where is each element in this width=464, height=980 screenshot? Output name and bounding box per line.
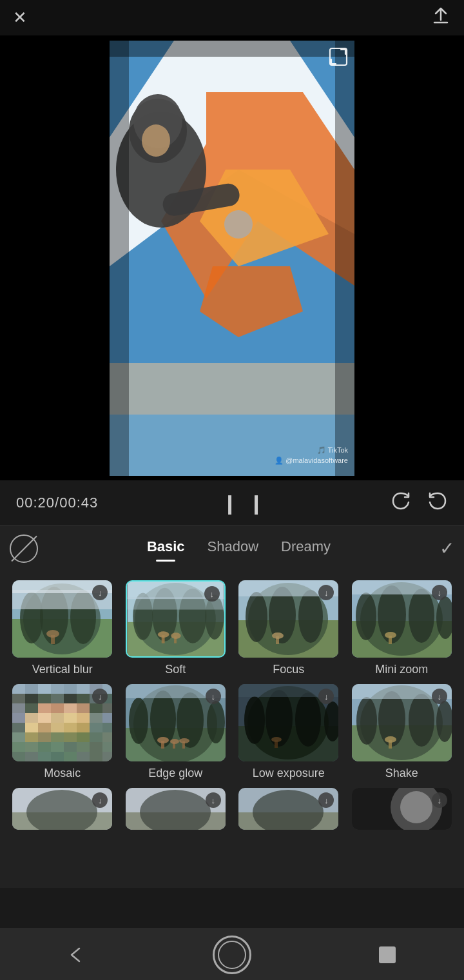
filter-thumb-soft: ↓: [126, 580, 226, 658]
filter-item-edge-glow[interactable]: ↓ Edge glow: [123, 684, 229, 780]
filter-thumb-mini-zoom: ↓: [352, 580, 452, 658]
filter-label-shake: Shake: [385, 767, 418, 780]
svg-rect-120: [51, 752, 64, 761]
svg-rect-93: [12, 723, 25, 732]
svg-rect-119: [38, 752, 51, 761]
svg-rect-15: [110, 41, 354, 57]
filter-item-d[interactable]: ↓: [349, 788, 455, 830]
stop-icon: [379, 946, 396, 963]
svg-rect-111: [38, 742, 51, 752]
svg-point-10: [142, 124, 170, 157]
filter-item-mosaic[interactable]: ↓ Mosaic: [10, 684, 115, 780]
filter-row-1: ↓ Vertical blur: [10, 580, 454, 676]
filter-thumb-a: ↓: [12, 788, 112, 830]
svg-rect-122: [77, 752, 90, 761]
svg-rect-96: [51, 723, 64, 732]
svg-rect-74: [77, 694, 90, 703]
filter-thumb-d: ↓: [352, 788, 452, 830]
stop-button[interactable]: [369, 937, 405, 972]
svg-rect-83: [90, 703, 102, 713]
svg-point-36: [158, 631, 169, 638]
svg-rect-13: [110, 41, 129, 476]
svg-rect-84: [102, 703, 112, 713]
filter-label-vertical-blur: Vertical blur: [32, 663, 93, 676]
filter-thumb-low-exposure: ↓: [238, 684, 338, 761]
svg-rect-99: [90, 723, 102, 732]
svg-rect-112: [51, 742, 64, 752]
tiktok-watermark: 🎵 TikTok 👤 @malavidasoftware: [275, 445, 348, 466]
no-filter-button[interactable]: [10, 534, 38, 563]
svg-rect-108: [102, 732, 112, 742]
svg-rect-113: [64, 742, 77, 752]
record-button[interactable]: [213, 936, 251, 974]
svg-rect-80: [51, 703, 64, 713]
svg-rect-124: [102, 752, 112, 761]
svg-point-131: [207, 701, 225, 743]
svg-rect-115: [90, 742, 102, 752]
bottom-nav: [0, 928, 464, 980]
filter-item-mini-zoom[interactable]: ↓ Mini zoom: [349, 580, 455, 676]
svg-rect-95: [38, 723, 51, 732]
filter-item-a[interactable]: ↓: [10, 788, 115, 830]
svg-rect-123: [90, 752, 102, 761]
svg-point-128: [129, 698, 148, 744]
record-inner: [218, 941, 246, 969]
svg-rect-105: [64, 732, 77, 742]
upload-button[interactable]: [430, 6, 451, 30]
svg-rect-117: [12, 752, 25, 761]
svg-rect-71: [38, 694, 51, 703]
svg-point-171: [400, 791, 432, 823]
svg-rect-79: [38, 703, 51, 713]
filter-item-low-exposure[interactable]: ↓ Low exposure: [236, 684, 342, 780]
svg-rect-77: [12, 703, 25, 713]
svg-rect-91: [90, 713, 102, 723]
svg-point-24: [46, 630, 59, 638]
filter-thumb-b: ↓: [126, 788, 226, 830]
filter-grid: ↓ Vertical blur: [0, 571, 464, 888]
svg-point-158: [385, 736, 396, 743]
pause-button[interactable]: ❙ ❙: [222, 492, 267, 514]
svg-rect-94: [25, 723, 38, 732]
svg-point-155: [409, 694, 434, 747]
filter-item-vertical-blur[interactable]: ↓ Vertical blur: [10, 580, 115, 676]
tab-basic[interactable]: Basic: [147, 538, 185, 559]
svg-rect-62: [25, 684, 38, 694]
svg-rect-92: [102, 713, 112, 723]
svg-rect-16: [330, 48, 347, 65]
close-button[interactable]: ✕: [13, 8, 27, 28]
svg-point-53: [356, 593, 376, 640]
svg-rect-70: [25, 694, 38, 703]
svg-rect-100: [102, 723, 112, 732]
filter-label-low-exposure: Low exposure: [253, 767, 325, 780]
video-frame: 🎵 TikTok 👤 @malavidasoftware: [110, 41, 354, 476]
svg-rect-78: [25, 703, 38, 713]
svg-rect-81: [64, 703, 77, 713]
filter-thumb-shake: ↓: [352, 684, 452, 761]
forward-button[interactable]: [427, 491, 448, 516]
tab-shadow[interactable]: Shadow: [208, 538, 259, 559]
svg-rect-114: [77, 742, 90, 752]
svg-rect-103: [38, 732, 51, 742]
top-bar: ✕: [0, 0, 464, 35]
svg-point-44: [246, 592, 267, 642]
playback-right-controls: [391, 491, 448, 516]
svg-rect-73: [64, 694, 77, 703]
svg-rect-61: [12, 684, 25, 694]
filter-item-c[interactable]: ↓: [236, 788, 342, 830]
rewind-button[interactable]: [391, 491, 411, 516]
filter-thumb-edge-glow: ↓: [126, 684, 226, 761]
confirm-button[interactable]: ✓: [440, 538, 454, 559]
tab-dreamy[interactable]: Dreamy: [281, 538, 331, 559]
filter-item-soft[interactable]: ↓ Soft: [123, 580, 229, 676]
download-badge-d: ↓: [432, 792, 447, 808]
svg-rect-63: [38, 684, 51, 694]
filter-item-focus[interactable]: ↓ Focus: [236, 580, 342, 676]
svg-rect-121: [64, 752, 77, 761]
back-nav-button[interactable]: [59, 937, 95, 972]
svg-point-153: [356, 697, 377, 745]
filter-item-b[interactable]: ↓: [123, 788, 229, 830]
svg-rect-86: [25, 713, 38, 723]
expand-icon[interactable]: [329, 47, 348, 70]
svg-rect-107: [90, 732, 102, 742]
filter-item-shake[interactable]: ↓ Shake: [349, 684, 455, 780]
